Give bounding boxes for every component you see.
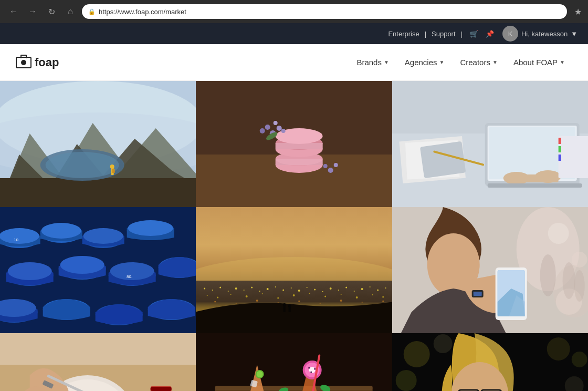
svg-point-112 (236, 303, 237, 304)
utility-bar: Enterprise | Support | 🛒 📌 K Hi, katewes… (0, 23, 588, 44)
photo-cocktails[interactable] (196, 333, 392, 391)
svg-point-52 (41, 223, 81, 239)
svg-point-173 (309, 367, 316, 373)
svg-point-189 (571, 352, 587, 367)
enterprise-link[interactable]: Enterprise (388, 30, 419, 38)
svg-point-99 (217, 297, 218, 299)
photo-laptop[interactable] (392, 81, 588, 207)
main-nav-items: Brands ▼ Agencies ▼ Creators ▼ About FOA… (349, 54, 572, 71)
svg-point-82 (267, 288, 269, 290)
svg-point-128 (571, 252, 587, 267)
svg-rect-35 (420, 141, 466, 179)
photo-mountain[interactable] (0, 81, 196, 207)
svg-point-95 (370, 286, 371, 287)
cart-icon[interactable]: 🛒 (470, 30, 478, 38)
svg-point-78 (235, 287, 237, 290)
svg-point-91 (338, 290, 339, 291)
photo-citynight[interactable] (196, 207, 392, 333)
svg-point-88 (314, 289, 316, 291)
svg-point-50 (0, 228, 39, 244)
svg-text:80.: 80. (127, 274, 132, 279)
svg-point-102 (262, 293, 263, 294)
user-dropdown-arrow[interactable]: ▼ (571, 30, 578, 38)
nav-item-about[interactable]: About FOAP ▼ (506, 54, 572, 71)
svg-point-117 (340, 300, 342, 302)
svg-point-187 (547, 337, 570, 361)
svg-point-121 (283, 303, 286, 306)
notification-icon[interactable]: 📌 (486, 30, 494, 38)
svg-point-100 (230, 294, 232, 295)
svg-point-26 (260, 128, 265, 133)
back-button[interactable]: ← (6, 4, 21, 19)
svg-point-107 (341, 294, 342, 295)
photo-food-prep[interactable] (0, 333, 196, 391)
nav-item-creators[interactable]: Creators ▼ (453, 54, 505, 71)
home-button[interactable]: ⌂ (63, 4, 78, 19)
svg-point-87 (307, 287, 308, 288)
svg-point-96 (377, 290, 379, 291)
svg-rect-46 (558, 146, 561, 152)
svg-rect-140 (473, 292, 481, 296)
svg-rect-163 (215, 386, 373, 390)
browser-chrome: ← → ↻ ⌂ 🔒 https://www.foap.com/market ★ (0, 0, 588, 23)
svg-point-174 (308, 367, 310, 369)
logo[interactable]: foap (16, 56, 59, 69)
nav-agencies-label: Agencies (405, 58, 437, 67)
svg-point-184 (403, 341, 429, 367)
photo-macarons[interactable] (196, 81, 392, 207)
svg-rect-10 (112, 169, 115, 173)
nav-about-label: About FOAP (513, 58, 558, 67)
nav-item-brands[interactable]: Brands ▼ (349, 54, 396, 71)
svg-point-84 (282, 290, 284, 291)
reload-button[interactable]: ↻ (44, 4, 59, 19)
logo-camera-lens (21, 60, 26, 65)
nav-brands-label: Brands (356, 58, 382, 67)
support-link[interactable]: Support (432, 30, 456, 38)
svg-point-76 (219, 287, 221, 289)
photo-phone-woman[interactable] (392, 207, 588, 333)
svg-point-85 (291, 287, 292, 289)
photo-grid: 10. 80. (0, 81, 588, 391)
svg-rect-45 (558, 138, 561, 144)
svg-point-123 (288, 304, 291, 307)
photo-woman-glasses[interactable] (392, 333, 588, 391)
avatar[interactable]: K (502, 26, 518, 42)
svg-point-24 (274, 121, 278, 125)
brands-chevron-icon: ▼ (384, 59, 389, 65)
svg-point-119 (382, 301, 384, 302)
svg-point-175 (314, 368, 316, 370)
svg-point-58 (8, 262, 52, 280)
nav-item-agencies[interactable]: Agencies ▼ (397, 54, 452, 71)
user-greeting[interactable]: Hi, katewesson (521, 30, 568, 38)
svg-point-109 (372, 294, 373, 295)
svg-point-104 (293, 294, 295, 296)
svg-rect-42 (506, 174, 558, 182)
svg-point-115 (298, 301, 300, 302)
svg-point-116 (320, 303, 321, 304)
avatar-initials: K (508, 30, 513, 38)
address-bar[interactable]: 🔒 https://www.foap.com/market (82, 4, 567, 19)
url-text: https://www.foap.com/market (99, 8, 561, 16)
forward-button[interactable]: → (25, 4, 40, 19)
svg-point-25 (281, 129, 286, 133)
main-nav: foap Brands ▼ Agencies ▼ Creators ▼ Abou… (0, 44, 588, 81)
logo-camera-icon (16, 57, 32, 68)
about-chevron-icon: ▼ (560, 59, 565, 65)
svg-rect-120 (284, 306, 286, 312)
svg-point-93 (354, 291, 355, 292)
photo-boats[interactable]: 10. 80. (0, 207, 196, 333)
svg-point-113 (256, 300, 258, 302)
svg-rect-44 (558, 136, 588, 178)
svg-point-106 (324, 296, 326, 297)
svg-rect-5 (0, 178, 196, 207)
svg-point-130 (540, 254, 555, 296)
separator-1: | (425, 30, 426, 38)
svg-point-108 (356, 296, 358, 299)
svg-point-97 (385, 287, 386, 289)
svg-point-111 (214, 301, 216, 303)
svg-point-7 (46, 152, 119, 178)
logo-text: foap (35, 56, 59, 69)
bookmark-icon[interactable]: ★ (574, 7, 582, 17)
svg-point-29 (323, 164, 328, 168)
svg-point-131 (562, 262, 575, 299)
